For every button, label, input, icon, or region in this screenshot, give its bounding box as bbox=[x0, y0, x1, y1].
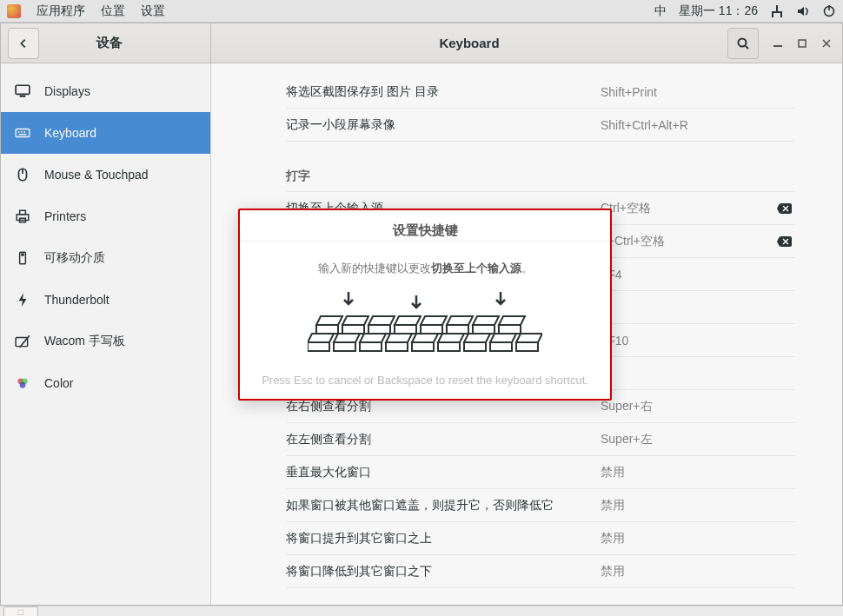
svg-rect-38 bbox=[473, 325, 495, 334]
svg-rect-47 bbox=[490, 342, 512, 351]
svg-rect-34 bbox=[368, 325, 390, 334]
svg-rect-36 bbox=[421, 325, 442, 334]
keyboard-illustration-icon bbox=[240, 282, 610, 365]
svg-rect-48 bbox=[516, 342, 538, 351]
svg-rect-39 bbox=[499, 325, 521, 334]
svg-rect-42 bbox=[360, 342, 382, 351]
svg-rect-40 bbox=[308, 342, 329, 351]
shortcut-dialog: 设置快捷键 输入新的快捷键以更改切换至上个输入源。 bbox=[238, 209, 612, 401]
bottom-panel bbox=[0, 606, 843, 616]
taskbar-entry[interactable]: ⬚ bbox=[3, 606, 38, 616]
svg-rect-44 bbox=[412, 342, 434, 351]
dialog-hint: Press Esc to cancel or Backspace to rese… bbox=[240, 365, 610, 399]
svg-rect-35 bbox=[395, 325, 416, 334]
dialog-message: 输入新的快捷键以更改切换至上个输入源。 bbox=[240, 242, 610, 282]
svg-rect-46 bbox=[464, 342, 486, 351]
svg-rect-32 bbox=[316, 325, 338, 334]
dialog-title: 设置快捷键 bbox=[240, 210, 610, 242]
svg-rect-43 bbox=[386, 342, 408, 351]
svg-rect-37 bbox=[447, 325, 468, 334]
svg-rect-33 bbox=[342, 325, 364, 334]
svg-rect-41 bbox=[334, 342, 355, 351]
svg-rect-45 bbox=[438, 342, 460, 351]
